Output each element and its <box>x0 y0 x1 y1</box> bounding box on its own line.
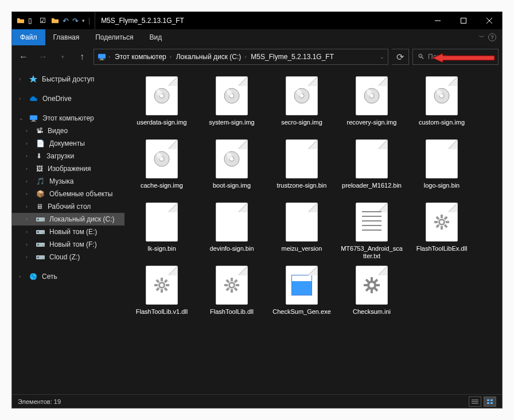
file-grid[interactable]: userdata-sign.imgsystem-sign.imgsecro-si… <box>124 68 502 394</box>
svg-rect-40 <box>487 402 489 404</box>
search-input[interactable]: 🔍︎ Поиск... <box>412 49 499 65</box>
sidebar-item-label: Рабочий стол <box>48 203 91 211</box>
sidebar-onedrive[interactable]: ›OneDrive <box>12 92 124 105</box>
globe-icon <box>29 273 37 281</box>
tab-home[interactable]: Главная <box>45 29 88 45</box>
folder-icon: ⬇ <box>36 152 42 160</box>
sidebar-item[interactable]: ›📦Объемные объекты <box>12 188 124 200</box>
file-item[interactable]: FlashToolLibEx.dll <box>407 200 477 263</box>
file-thumb <box>216 266 248 305</box>
status-count: 19 <box>54 398 61 405</box>
file-item[interactable]: preloader_M1612.bin <box>337 137 407 200</box>
file-name: secro-sign.img <box>281 119 322 126</box>
close-button[interactable] <box>476 12 502 29</box>
file-name: preloader_M1612.bin <box>342 182 402 189</box>
sidebar-quick-access[interactable]: ›Быстрый доступ <box>12 73 124 85</box>
tab-share[interactable]: Поделиться <box>87 29 141 45</box>
address-bar[interactable]: › Этот компьютер› Локальный диск (C:)› M… <box>94 49 388 65</box>
qat-redo-icon[interactable]: ↷ <box>72 17 79 25</box>
file-name: userdata-sign.img <box>137 119 186 126</box>
file-thumb <box>286 76 318 115</box>
qat-properties-icon[interactable]: ▯ <box>28 17 36 25</box>
file-item[interactable]: cache-sign.img <box>127 137 197 200</box>
file-name: FlashToolLibEx.dll <box>416 245 468 252</box>
file-item[interactable]: secro-sign.img <box>267 74 337 137</box>
sidebar-item-label: Музыка <box>49 177 73 185</box>
sidebar-item-label: Загрузки <box>46 152 74 160</box>
sidebar-item[interactable]: ›🎵Музыка <box>12 175 124 188</box>
qat-new-folder-icon[interactable] <box>51 17 59 25</box>
star-icon <box>29 75 37 83</box>
drive-icon <box>36 254 45 261</box>
svg-rect-31 <box>461 18 466 24</box>
file-thumb <box>216 76 248 115</box>
file-item[interactable]: trustzone-sign.bin <box>267 137 337 200</box>
file-item[interactable]: FlashToolLib.dll <box>197 263 267 326</box>
file-name: custom-sign.img <box>419 119 465 126</box>
qat-select-icon[interactable]: ☑ <box>40 17 48 25</box>
view-details-button[interactable] <box>469 396 481 407</box>
qat-undo-icon[interactable]: ↶ <box>63 17 69 25</box>
refresh-button[interactable]: ⟳ <box>392 49 409 65</box>
addr-chevron-icon[interactable]: ⌄ <box>380 54 384 60</box>
file-name: FlashToolLib.v1.dll <box>136 308 188 316</box>
nav-history-chevron-icon[interactable]: ▾ <box>54 49 71 65</box>
file-item[interactable]: recovery-sign.img <box>337 74 407 137</box>
file-item[interactable]: lk-sign.bin <box>127 200 197 263</box>
file-item[interactable]: boot-sign.img <box>197 137 267 200</box>
file-item[interactable]: meizu_version <box>267 200 337 263</box>
sidebar-item[interactable]: ›⬇Загрузки <box>12 150 124 162</box>
qat-chevron-icon[interactable]: ▾ <box>82 18 85 24</box>
file-thumb <box>356 76 388 115</box>
sidebar-item[interactable]: ›🖥Рабочий стол <box>12 200 124 213</box>
file-name: devinfo-sign.bin <box>209 245 254 252</box>
file-item[interactable]: logo-sign.bin <box>407 137 477 200</box>
tab-view[interactable]: Вид <box>141 29 170 45</box>
svg-rect-39 <box>490 399 493 401</box>
file-item[interactable]: devinfo-sign.bin <box>197 200 267 263</box>
ribbon-expand-icon[interactable]: ﹀ ? <box>473 29 502 45</box>
file-item[interactable]: MT6753_Android_scatter.txt <box>337 200 407 263</box>
sidebar-drive[interactable]: ›Cloud (Z:) <box>12 251 124 263</box>
file-name: Checksum.ini <box>353 308 391 316</box>
minimize-button[interactable] <box>425 12 450 29</box>
sidebar-drive[interactable]: ›Новый том (F:) <box>12 238 124 251</box>
file-name: MT6753_Android_scatter.txt <box>340 245 403 260</box>
sidebar-drive[interactable]: ›Новый том (E:) <box>12 225 124 238</box>
sidebar-item-label: Объемные объекты <box>49 190 112 198</box>
file-thumb <box>426 203 458 242</box>
file-thumb <box>286 266 318 305</box>
folder-icon: 📦 <box>36 190 45 198</box>
file-thumb <box>286 139 318 178</box>
file-name: system-sign.img <box>209 119 254 126</box>
file-item[interactable]: FlashToolLib.v1.dll <box>127 263 197 326</box>
sidebar-item[interactable]: ›📽Видео <box>12 125 124 137</box>
file-item[interactable]: userdata-sign.img <box>127 74 197 137</box>
maximize-button[interactable] <box>450 12 476 29</box>
nav-back-button[interactable]: ← <box>15 49 32 65</box>
search-icon: 🔍︎ <box>418 53 425 61</box>
sidebar-this-pc[interactable]: ⌄Этот компьютер <box>12 112 124 125</box>
file-item[interactable]: custom-sign.img <box>407 74 477 137</box>
window-title: M5S_Flyme_5.2.13.1G_FT <box>95 17 425 25</box>
view-icons-button[interactable] <box>484 396 496 407</box>
sidebar-network[interactable]: ›Сеть <box>12 270 124 283</box>
nav-forward-button[interactable]: → <box>35 49 51 65</box>
sidebar-item-label: Cloud (Z:) <box>49 253 80 261</box>
sidebar-item-label: Видео <box>48 127 68 135</box>
file-thumb <box>286 203 318 242</box>
sidebar: ›Быстрый доступ ›OneDrive ⌄Этот компьюте… <box>12 68 124 394</box>
file-name: trustzone-sign.bin <box>277 182 327 189</box>
file-item[interactable]: CheckSum_Gen.exe <box>267 263 337 326</box>
sidebar-item[interactable]: ›📄Документы <box>12 137 124 150</box>
ribbon: Файл Главная Поделиться Вид ﹀ ? <box>12 29 502 45</box>
file-item[interactable]: Checksum.ini <box>337 263 407 326</box>
sidebar-item[interactable]: ›🖼Изображения <box>12 162 124 175</box>
status-bar: Элементов: 19 <box>12 394 502 408</box>
tab-file[interactable]: Файл <box>12 29 45 45</box>
file-name: recovery-sign.img <box>347 119 397 126</box>
nav-up-button[interactable]: ↑ <box>74 49 90 65</box>
sidebar-drive[interactable]: ›Локальный диск (C:) <box>12 213 124 225</box>
cloud-icon <box>29 96 38 102</box>
file-item[interactable]: system-sign.img <box>197 74 267 137</box>
